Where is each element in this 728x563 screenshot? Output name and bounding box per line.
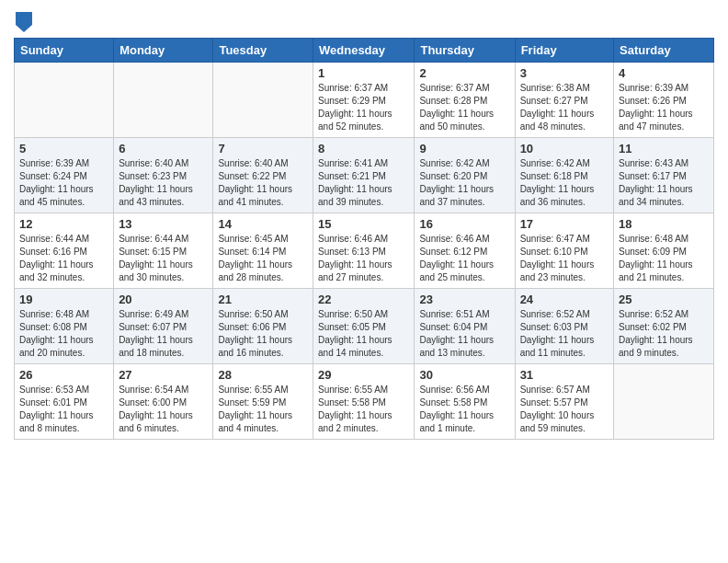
calendar-header-friday: Friday: [515, 39, 613, 63]
day-info: Sunrise: 6:42 AM Sunset: 6:18 PM Dayligh…: [520, 157, 609, 209]
day-number: 11: [619, 142, 709, 155]
day-number: 28: [218, 368, 308, 382]
day-number: 17: [520, 217, 609, 231]
day-info: Sunrise: 6:37 AM Sunset: 6:28 PM Dayligh…: [419, 82, 509, 133]
calendar-header-sunday: Sunday: [15, 39, 114, 63]
day-number: 9: [419, 142, 509, 155]
calendar-cell: 20Sunrise: 6:49 AM Sunset: 6:07 PM Dayli…: [114, 289, 213, 364]
day-number: 21: [218, 293, 308, 306]
calendar-cell: 9Sunrise: 6:42 AM Sunset: 6:20 PM Daylig…: [415, 138, 515, 213]
calendar-header-row: SundayMondayTuesdayWednesdayThursdayFrid…: [15, 39, 714, 63]
day-number: 19: [19, 293, 108, 306]
calendar-cell: 29Sunrise: 6:55 AM Sunset: 5:58 PM Dayli…: [313, 364, 415, 440]
day-number: 12: [19, 217, 108, 231]
calendar-cell: 23Sunrise: 6:51 AM Sunset: 6:04 PM Dayli…: [415, 289, 515, 364]
calendar-header-wednesday: Wednesday: [313, 39, 415, 63]
day-info: Sunrise: 6:48 AM Sunset: 6:08 PM Dayligh…: [19, 308, 108, 360]
main-container: SundayMondayTuesdayWednesdayThursdayFrid…: [0, 0, 728, 449]
day-number: 27: [119, 368, 208, 382]
calendar-cell: 13Sunrise: 6:44 AM Sunset: 6:15 PM Dayli…: [114, 213, 213, 289]
calendar-cell: 10Sunrise: 6:42 AM Sunset: 6:18 PM Dayli…: [515, 138, 613, 213]
day-number: 18: [619, 217, 709, 231]
day-info: Sunrise: 6:55 AM Sunset: 5:58 PM Dayligh…: [318, 384, 409, 435]
day-info: Sunrise: 6:53 AM Sunset: 6:01 PM Dayligh…: [19, 384, 108, 435]
day-info: Sunrise: 6:51 AM Sunset: 6:04 PM Dayligh…: [419, 308, 509, 360]
calendar-header-saturday: Saturday: [614, 39, 714, 63]
calendar-cell: [15, 63, 114, 138]
day-info: Sunrise: 6:56 AM Sunset: 5:58 PM Dayligh…: [419, 384, 509, 435]
day-number: 29: [318, 368, 409, 382]
day-info: Sunrise: 6:42 AM Sunset: 6:20 PM Dayligh…: [419, 157, 509, 209]
day-info: Sunrise: 6:55 AM Sunset: 5:59 PM Dayligh…: [218, 384, 308, 435]
calendar-cell: [114, 63, 213, 138]
day-number: 23: [419, 293, 509, 306]
calendar-cell: 6Sunrise: 6:40 AM Sunset: 6:23 PM Daylig…: [114, 138, 213, 213]
day-info: Sunrise: 6:38 AM Sunset: 6:27 PM Dayligh…: [520, 82, 609, 133]
day-number: 14: [218, 217, 308, 231]
day-number: 20: [119, 293, 208, 306]
day-number: 1: [318, 66, 409, 80]
day-number: 22: [318, 293, 409, 306]
day-info: Sunrise: 6:47 AM Sunset: 6:10 PM Dayligh…: [520, 233, 609, 284]
day-number: 6: [119, 142, 208, 155]
day-info: Sunrise: 6:46 AM Sunset: 6:12 PM Dayligh…: [419, 233, 509, 284]
day-info: Sunrise: 6:45 AM Sunset: 6:14 PM Dayligh…: [218, 233, 308, 284]
calendar-week-row: 26Sunrise: 6:53 AM Sunset: 6:01 PM Dayli…: [15, 364, 714, 440]
calendar-cell: 16Sunrise: 6:46 AM Sunset: 6:12 PM Dayli…: [415, 213, 515, 289]
day-number: 16: [419, 217, 509, 231]
calendar-cell: 8Sunrise: 6:41 AM Sunset: 6:21 PM Daylig…: [313, 138, 415, 213]
calendar-cell: 14Sunrise: 6:45 AM Sunset: 6:14 PM Dayli…: [213, 213, 313, 289]
calendar-cell: 1Sunrise: 6:37 AM Sunset: 6:29 PM Daylig…: [313, 63, 415, 138]
calendar-cell: 24Sunrise: 6:52 AM Sunset: 6:03 PM Dayli…: [515, 289, 613, 364]
day-number: 15: [318, 217, 409, 231]
day-info: Sunrise: 6:39 AM Sunset: 6:26 PM Dayligh…: [619, 82, 709, 133]
day-number: 5: [19, 142, 108, 155]
calendar-week-row: 12Sunrise: 6:44 AM Sunset: 6:16 PM Dayli…: [15, 213, 714, 289]
calendar-week-row: 19Sunrise: 6:48 AM Sunset: 6:08 PM Dayli…: [15, 289, 714, 364]
calendar-cell: 31Sunrise: 6:57 AM Sunset: 5:57 PM Dayli…: [515, 364, 613, 440]
calendar-week-row: 1Sunrise: 6:37 AM Sunset: 6:29 PM Daylig…: [15, 63, 714, 138]
day-info: Sunrise: 6:40 AM Sunset: 6:23 PM Dayligh…: [119, 157, 208, 209]
calendar-header-monday: Monday: [114, 39, 213, 63]
day-info: Sunrise: 6:49 AM Sunset: 6:07 PM Dayligh…: [119, 308, 208, 360]
day-info: Sunrise: 6:46 AM Sunset: 6:13 PM Dayligh…: [318, 233, 409, 284]
calendar-cell: 4Sunrise: 6:39 AM Sunset: 6:26 PM Daylig…: [614, 63, 714, 138]
calendar-header-tuesday: Tuesday: [213, 39, 313, 63]
calendar-cell: 22Sunrise: 6:50 AM Sunset: 6:05 PM Dayli…: [313, 289, 415, 364]
day-info: Sunrise: 6:44 AM Sunset: 6:15 PM Dayligh…: [119, 233, 208, 284]
day-number: 31: [520, 368, 609, 382]
day-number: 13: [119, 217, 208, 231]
day-info: Sunrise: 6:52 AM Sunset: 6:03 PM Dayligh…: [520, 308, 609, 360]
calendar-cell: 19Sunrise: 6:48 AM Sunset: 6:08 PM Dayli…: [15, 289, 114, 364]
calendar-cell: 2Sunrise: 6:37 AM Sunset: 6:28 PM Daylig…: [415, 63, 515, 138]
day-info: Sunrise: 6:44 AM Sunset: 6:16 PM Dayligh…: [19, 233, 108, 284]
day-number: 26: [19, 368, 108, 382]
day-info: Sunrise: 6:39 AM Sunset: 6:24 PM Dayligh…: [19, 157, 108, 209]
header: [14, 9, 714, 30]
day-info: Sunrise: 6:50 AM Sunset: 6:06 PM Dayligh…: [218, 308, 308, 360]
logo: [14, 14, 32, 30]
day-number: 25: [619, 293, 709, 306]
day-info: Sunrise: 6:41 AM Sunset: 6:21 PM Dayligh…: [318, 157, 409, 209]
calendar-cell: 25Sunrise: 6:52 AM Sunset: 6:02 PM Dayli…: [614, 289, 714, 364]
calendar-cell: 17Sunrise: 6:47 AM Sunset: 6:10 PM Dayli…: [515, 213, 613, 289]
day-number: 10: [520, 142, 609, 155]
calendar-cell: 3Sunrise: 6:38 AM Sunset: 6:27 PM Daylig…: [515, 63, 613, 138]
calendar-cell: [213, 63, 313, 138]
day-number: 3: [520, 66, 609, 80]
day-number: 24: [520, 293, 609, 306]
calendar-cell: 5Sunrise: 6:39 AM Sunset: 6:24 PM Daylig…: [15, 138, 114, 213]
day-info: Sunrise: 6:50 AM Sunset: 6:05 PM Dayligh…: [318, 308, 409, 360]
day-info: Sunrise: 6:40 AM Sunset: 6:22 PM Dayligh…: [218, 157, 308, 209]
calendar-cell: 27Sunrise: 6:54 AM Sunset: 6:00 PM Dayli…: [114, 364, 213, 440]
day-number: 7: [218, 142, 308, 155]
day-number: 8: [318, 142, 409, 155]
svg-marker-0: [16, 12, 32, 32]
calendar-header-thursday: Thursday: [415, 39, 515, 63]
calendar-cell: 21Sunrise: 6:50 AM Sunset: 6:06 PM Dayli…: [213, 289, 313, 364]
day-number: 30: [419, 368, 509, 382]
calendar-cell: 30Sunrise: 6:56 AM Sunset: 5:58 PM Dayli…: [415, 364, 515, 440]
calendar-cell: 7Sunrise: 6:40 AM Sunset: 6:22 PM Daylig…: [213, 138, 313, 213]
day-info: Sunrise: 6:43 AM Sunset: 6:17 PM Dayligh…: [619, 157, 709, 209]
calendar-table: SundayMondayTuesdayWednesdayThursdayFrid…: [14, 38, 714, 440]
